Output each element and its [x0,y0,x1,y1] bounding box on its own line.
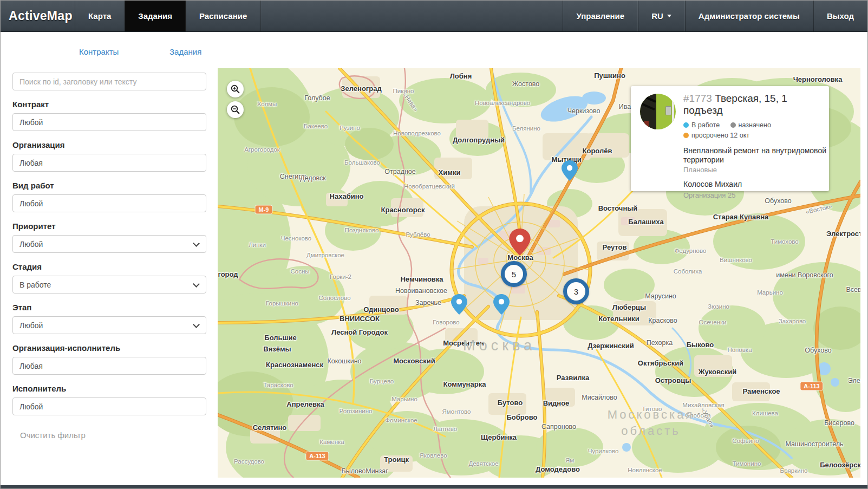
filter-label-organization: Организация [12,140,205,149]
executor-org-field[interactable] [12,357,206,375]
priority-select-wrap: Любой [12,235,206,253]
tab-raspisanie[interactable]: Расписание [186,1,260,31]
zoom-out-button[interactable] [227,101,244,118]
blue-map-pin[interactable] [493,294,510,317]
task-description: Внеплановый ремонт на внутридомовой терр… [683,146,830,165]
filter-label-stage: Стадия [12,262,205,271]
contract-field[interactable] [12,113,206,131]
link-contracts[interactable]: Контракты [79,47,119,56]
zoom-in-icon [230,84,240,94]
map[interactable]: ЛобняЖостовоПушкиноЧерноголовкаЗеленогра… [218,68,860,478]
link-tasks[interactable]: Задания [169,47,201,56]
blue-map-pin[interactable] [451,294,467,317]
cluster-marker[interactable]: 3 [563,278,589,304]
stage-select-wrap: В работе [12,276,206,294]
filter-label-executor-org: Организация-исполнитель [12,343,205,353]
tab-karta[interactable]: Карта [75,1,125,31]
filter-label-priority: Приоритет [12,221,205,231]
task-category: Плановые [683,166,821,174]
task-title: #1773 Тверская, 15, 1 подъезд [683,93,821,116]
bottom-bar [1,485,867,488]
organization-field[interactable] [12,154,206,172]
step-select[interactable]: Любой [12,316,206,334]
tab-zadaniya[interactable]: Задания [125,1,186,31]
worktype-field[interactable] [12,194,206,212]
chevron-down-icon [667,15,671,17]
task-id: #1773 [683,93,712,104]
top-navigation-bar: ActiveMap Карта Задания Расписание Управ… [1,1,867,32]
status-badge: просрочено 12 окт [683,132,749,139]
priority-select[interactable]: Любой [12,235,206,253]
language-label: RU [651,11,663,21]
filter-label-contract: Контракт [12,100,205,109]
status-badge: В работе [683,121,722,129]
filter-label-executor: Исполнитель [12,384,205,393]
red-map-pin[interactable] [509,229,531,258]
filters-sidebar: Контракт Организация Вид работ Приоритет… [1,68,217,484]
secondary-navigation: Контракты Карта Задания Создать Редактир… [1,32,867,68]
status-dot-overdue [683,133,689,138]
user-menu[interactable]: Администратор системы [685,1,813,31]
zoom-in-button[interactable] [227,81,244,97]
executor-field[interactable] [12,397,206,415]
language-dropdown[interactable]: RU [638,1,685,31]
status-dot-inwork [683,122,689,128]
filter-label-step: Этап [12,303,205,312]
clear-filter-link[interactable]: Очистить фильтр [20,431,86,440]
zoom-out-icon [230,105,240,115]
status-badge: назначено [730,121,771,129]
task-status-badges: В работе назначено просрочено 12 окт [683,120,821,141]
blue-map-pin[interactable] [562,160,578,183]
filter-label-worktype: Вид работ [12,181,205,190]
task-organization: Организация 25 [683,191,821,199]
management-menu[interactable]: Управление [563,1,638,31]
task-photo [640,94,676,129]
app-window: ActiveMap Карта Задания Расписание Управ… [0,0,868,489]
search-input[interactable] [12,73,206,90]
cluster-marker[interactable]: 5 [501,261,527,287]
app-logo: ActiveMap [1,1,75,31]
logout-button[interactable]: Выход [813,1,867,31]
topbar-spacer [260,1,563,31]
stage-select[interactable]: В работе [12,276,206,294]
status-dot-assigned [730,122,736,128]
task-popup-card[interactable]: #1773 Тверская, 15, 1 подъезд В работе н… [631,86,829,191]
task-assignee: Колосов Михаил [683,180,821,188]
step-select-wrap: Любой [12,316,206,334]
